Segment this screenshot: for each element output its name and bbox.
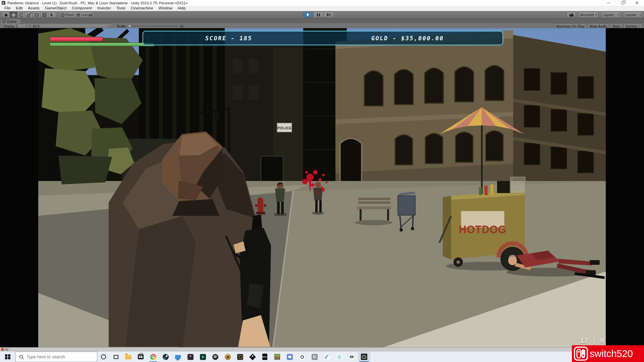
rect-tool-button[interactable] [33, 12, 41, 18]
minecraft-icon [274, 354, 280, 360]
rotate-icon [19, 13, 23, 17]
taskbar-icon-task-view[interactable] [110, 352, 122, 362]
window-titlebar: Pandemic Violence - Level (1) - Gold Rus… [0, 0, 644, 6]
menu-component[interactable]: Component [69, 6, 94, 11]
taskbar-icon-adobe-cc[interactable] [308, 352, 321, 362]
taskbar-icon-rss-reader[interactable] [321, 352, 333, 362]
menu-cinemachine[interactable]: Cinemachine [128, 6, 156, 11]
local-icon [76, 13, 80, 17]
search-input[interactable] [26, 354, 87, 359]
restore-button[interactable] [616, 0, 630, 6]
taskbar-icon-obs[interactable] [296, 352, 308, 362]
game-tab-icon [2, 20, 6, 23]
move-tool-button[interactable] [10, 12, 17, 18]
switch-logo-icon [574, 346, 588, 361]
caret-down-icon: ▾ [108, 25, 110, 27]
game-viewport[interactable]: POLICE [38, 28, 606, 347]
gizmos-dropdown[interactable]: Gizmos▾ [623, 24, 642, 28]
stats-button[interactable]: Stats [610, 24, 622, 28]
taskbar-icon-minecraft[interactable] [271, 352, 283, 362]
taskbar-icon-unity-editor[interactable] [358, 352, 370, 362]
caret-down-icon: ▾ [618, 13, 619, 16]
display-dropdown[interactable]: Display 1▾ [1, 24, 30, 28]
menu-edit[interactable]: Edit [14, 6, 25, 11]
maximize-on-play-label: Maximize On Play [556, 24, 585, 28]
taskbar-icon-app-teal[interactable] [333, 352, 345, 362]
rotate-tool-button[interactable] [17, 12, 25, 18]
taskbar-icon-oculus[interactable] [345, 352, 358, 362]
inkscape-icon [249, 354, 256, 360]
layers-dropdown[interactable]: Layers▾ [601, 12, 621, 18]
taskbar-icon-app-purple[interactable] [184, 352, 197, 362]
custom-tool-button[interactable] [48, 12, 56, 18]
taskbar-icon-inkscape[interactable] [246, 352, 259, 362]
account-label: Account [580, 13, 594, 17]
switch520-watermark: switch520 [572, 345, 644, 362]
taskbar-icon-chrome[interactable] [147, 352, 159, 362]
hud-gold-text: GOLD - $35,000.00 [371, 35, 444, 42]
discord-icon [287, 354, 293, 360]
close-button[interactable]: ✕ [630, 0, 644, 6]
gog-galaxy-icon [237, 354, 243, 360]
transform-tool-button[interactable] [41, 12, 48, 18]
app-w-icon: W [212, 354, 218, 360]
menu-bar: File Edit Assets GameObject Component In… [0, 6, 644, 11]
step-button[interactable] [324, 12, 334, 18]
aspect-dropdown[interactable]: 16:9▾ [31, 24, 112, 28]
console-count: 50 [5, 348, 8, 351]
hand-tool-button[interactable] [2, 12, 10, 18]
mute-audio-button[interactable]: Mute Audio [587, 24, 609, 28]
layers-label: Layers [603, 13, 614, 17]
layout-dropdown[interactable]: Layout▾ [623, 12, 643, 18]
scale-slider-knob[interactable] [128, 24, 131, 27]
unity-status-bar[interactable]: 50 [0, 347, 644, 351]
pivot-label: Pivot [65, 13, 73, 17]
menu-tools[interactable]: Tools [114, 6, 128, 11]
app-purple-icon [187, 354, 194, 360]
menu-assets[interactable]: Assets [25, 6, 42, 11]
taskbar-icon-steam[interactable] [159, 352, 172, 362]
pivot-toggle-button[interactable]: Pivot [59, 12, 75, 18]
cloud-icon [569, 13, 574, 17]
taskbar-icon-remote-desktop[interactable] [172, 352, 184, 362]
taskbar-icon-cortana[interactable] [97, 352, 110, 362]
game-tab-strip: Game [0, 19, 644, 23]
rss-icon [324, 354, 330, 360]
taskbar-search[interactable] [15, 352, 97, 362]
gizmos-label: Gizmos [625, 24, 637, 28]
obs-icon [299, 354, 305, 360]
tab-game[interactable]: Game [1, 19, 20, 23]
play-button[interactable] [303, 12, 313, 18]
account-dropdown[interactable]: Account▾ [579, 12, 598, 18]
toolbar-right-group: Account▾ Layers▾ Layout▾ [567, 12, 643, 18]
menu-gameobject[interactable]: GameObject [43, 6, 69, 11]
transform-tools-group [2, 12, 56, 18]
taskbar-icon-app-gold[interactable] [221, 352, 234, 362]
taskbar-icon-microsoft-store[interactable] [135, 352, 147, 362]
taskbar-icon-gog-galaxy[interactable] [234, 352, 246, 362]
menu-file[interactable]: File [2, 6, 13, 11]
cloud-button[interactable] [567, 12, 576, 18]
game-toolbar-right: Maximize On Play Mute Audio Stats Gizmos… [554, 24, 643, 28]
unity-app-icon [2, 1, 5, 5]
close-icon: ✕ [635, 1, 639, 5]
menu-help[interactable]: Help [175, 6, 188, 11]
start-button[interactable] [0, 352, 15, 362]
hud-health-bars [50, 37, 154, 46]
maximize-on-play-button[interactable]: Maximize On Play [554, 24, 587, 28]
taskbar-icon-app-green-play[interactable] [197, 352, 209, 362]
caret-down-icon: ▾ [595, 13, 597, 16]
collab-button[interactable] [87, 12, 95, 18]
taskbar-icon-file-explorer[interactable] [122, 352, 135, 362]
pause-button[interactable] [313, 12, 324, 18]
hud-ammo-counter: 17 | 0 [572, 337, 606, 345]
taskbar-icon-discord[interactable] [283, 352, 296, 362]
menu-invector[interactable]: Invector [95, 6, 113, 11]
scale-tool-button[interactable] [25, 12, 33, 18]
menu-window[interactable]: Window [156, 6, 175, 11]
taskbar-icon-epic-games[interactable]: EPIC [259, 352, 271, 362]
taskbar-icon-app-w[interactable]: W [209, 352, 221, 362]
rect-tool-icon [35, 13, 39, 17]
minimize-button[interactable] [602, 0, 616, 6]
scale-slider[interactable] [127, 26, 178, 26]
